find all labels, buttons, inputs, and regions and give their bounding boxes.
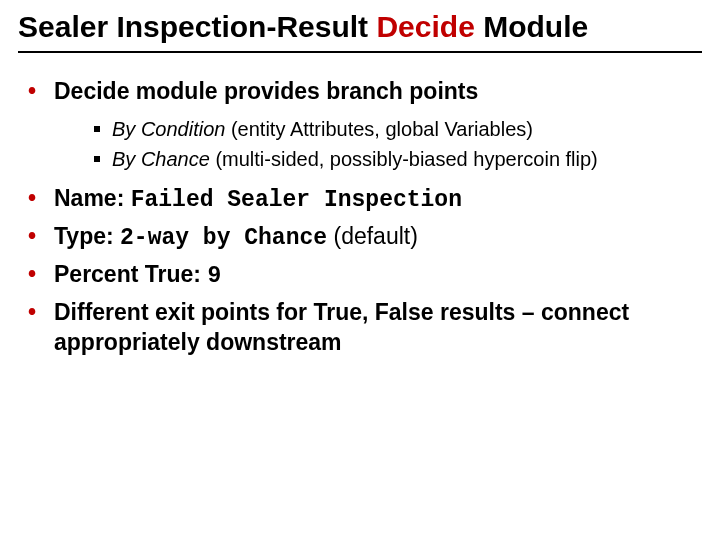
bullet-decide-module: Decide module provides branch points By …	[28, 77, 702, 173]
slide: Sealer Inspection-Result Decide Module D…	[0, 0, 720, 540]
bullet-suffix: (default)	[327, 223, 418, 249]
sub-bullet-em: By Condition	[112, 118, 225, 140]
bullet-label: Name:	[54, 185, 131, 211]
sub-bullet-list: By Condition (entity Attributes, global …	[54, 116, 702, 172]
sub-bullet-by-chance: By Chance (multi-sided, possibly-biased …	[94, 146, 702, 172]
title-post: Module	[475, 10, 588, 43]
sub-bullet-em: By Chance	[112, 148, 210, 170]
bullet-label: Percent True:	[54, 261, 207, 287]
bullet-label: Type:	[54, 223, 120, 249]
bullet-name: Name: Failed Sealer Inspection	[28, 184, 702, 216]
bullet-value: 9	[207, 263, 221, 289]
sub-bullet-rest: (entity Attributes, global Variables)	[225, 118, 533, 140]
bullet-percent-true: Percent True: 9	[28, 260, 702, 292]
title-pre: Sealer Inspection-Result	[18, 10, 376, 43]
bullet-text: Decide module provides branch points	[54, 78, 478, 104]
bullet-value: 2-way by Chance	[120, 225, 327, 251]
bullet-text: Different exit points for True, False re…	[54, 299, 629, 355]
bullet-list: Decide module provides branch points By …	[18, 77, 702, 358]
sub-bullet-rest: (multi-sided, possibly-biased hypercoin …	[210, 148, 598, 170]
sub-bullet-by-condition: By Condition (entity Attributes, global …	[94, 116, 702, 142]
bullet-value: Failed Sealer Inspection	[131, 187, 462, 213]
title-accent: Decide	[376, 10, 474, 43]
bullet-type: Type: 2-way by Chance (default)	[28, 222, 702, 254]
slide-title: Sealer Inspection-Result Decide Module	[18, 10, 702, 53]
bullet-exit-points: Different exit points for True, False re…	[28, 298, 702, 358]
